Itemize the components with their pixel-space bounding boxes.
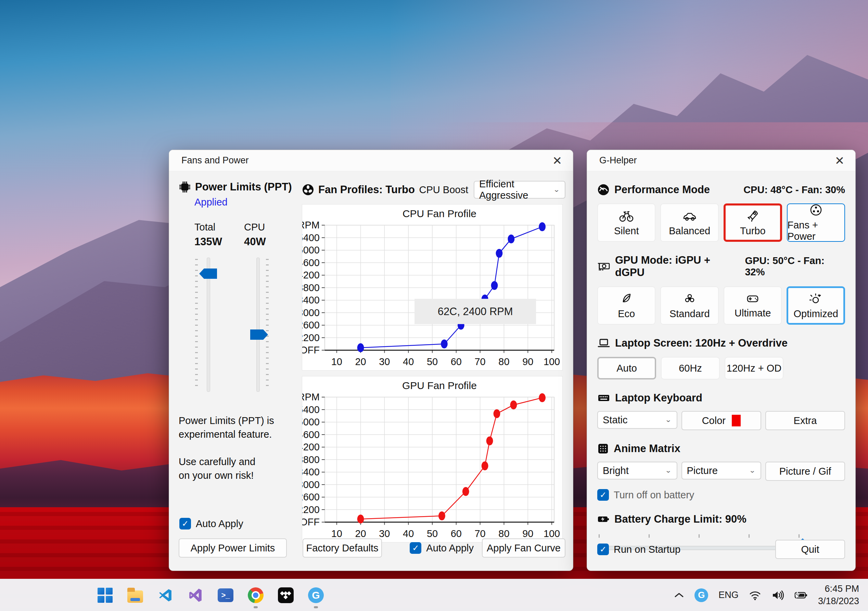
svg-text:90: 90 bbox=[522, 356, 533, 367]
language-indicator[interactable]: ENG bbox=[718, 590, 739, 600]
vscode-button[interactable] bbox=[157, 587, 174, 603]
clock[interactable]: 6:45 PM 3/18/2023 bbox=[818, 583, 859, 607]
svg-text:3400: 3400 bbox=[302, 295, 320, 306]
chevron-down-icon: ⌄ bbox=[665, 416, 672, 424]
svg-text:RPM: RPM bbox=[302, 219, 320, 230]
matrix-mode-select[interactable]: Picture ⌄ bbox=[682, 462, 761, 479]
running-indicator bbox=[254, 606, 258, 608]
gh-titlebar[interactable]: G-Helper ✕ bbox=[587, 150, 856, 171]
tidal-button[interactable] bbox=[277, 587, 294, 603]
mode-turbo-button[interactable]: Turbo bbox=[724, 204, 782, 242]
applied-link[interactable]: Applied bbox=[194, 197, 294, 208]
svg-text:OFF: OFF bbox=[302, 516, 320, 527]
color-button-label: Color bbox=[702, 415, 725, 426]
svg-text:40: 40 bbox=[403, 356, 414, 367]
fans-window-title: Fans and Power bbox=[181, 155, 550, 166]
total-label: Total bbox=[194, 222, 244, 233]
visual-studio-icon bbox=[188, 588, 203, 603]
running-indicator bbox=[314, 606, 318, 608]
visual-studio-button[interactable] bbox=[187, 587, 204, 603]
gamepad-icon bbox=[745, 292, 760, 305]
svg-text:80: 80 bbox=[498, 356, 509, 367]
matrix-mode-value: Picture bbox=[687, 465, 718, 476]
fans-and-power-window: Fans and Power ✕ Power Limits (PPT) Appl… bbox=[169, 150, 573, 571]
cpu-power-slider-handle[interactable] bbox=[250, 330, 268, 340]
anime-matrix-header: Anime Matrix bbox=[614, 443, 680, 455]
gh-window-title: G-Helper bbox=[599, 155, 832, 166]
checkbox-checked-icon[interactable]: ✓ bbox=[597, 544, 609, 555]
close-icon[interactable]: ✕ bbox=[550, 153, 565, 168]
svg-text:3800: 3800 bbox=[302, 282, 320, 293]
tray-chevron-up-icon[interactable] bbox=[674, 592, 684, 599]
checkbox-checked-icon[interactable]: ✓ bbox=[179, 518, 191, 530]
mode-silent-button[interactable]: Silent bbox=[597, 204, 656, 242]
slider-ticks bbox=[195, 259, 198, 390]
gpu-ultimate-button[interactable]: Ultimate bbox=[724, 286, 782, 325]
mode-fans-power-button[interactable]: Fans + Power bbox=[787, 204, 845, 242]
wifi-icon[interactable] bbox=[749, 590, 761, 600]
svg-text:20: 20 bbox=[355, 528, 366, 539]
gpu-eco-button[interactable]: Eco bbox=[597, 286, 656, 325]
curve-auto-apply[interactable]: ✓ Auto Apply bbox=[410, 542, 474, 554]
mode-label: 60Hz bbox=[679, 363, 702, 374]
screen-120hz-od-button[interactable]: 120Hz + OD bbox=[725, 357, 783, 379]
gpu-fan-chart[interactable]: GPU Fan Profile102030405060708090100OFF2… bbox=[302, 376, 563, 543]
picture-gif-button[interactable]: Picture / Gif bbox=[765, 462, 845, 481]
start-button[interactable] bbox=[97, 587, 113, 603]
speedometer-icon bbox=[597, 183, 609, 196]
anime-matrix-icon bbox=[597, 443, 609, 454]
keyboard-mode-select[interactable]: Static ⌄ bbox=[597, 411, 677, 429]
cpu-boost-select[interactable]: Efficient Aggressive ⌄ bbox=[474, 181, 566, 199]
checkbox-checked-icon[interactable]: ✓ bbox=[410, 542, 422, 554]
g-helper-taskbar-button[interactable]: G bbox=[308, 587, 324, 603]
mode-balanced-button[interactable]: Balanced bbox=[660, 204, 718, 242]
apply-power-limits-button[interactable]: Apply Power Limits bbox=[179, 538, 287, 558]
total-power-slider[interactable] bbox=[194, 258, 244, 392]
mode-label: Standard bbox=[670, 308, 710, 320]
fans-titlebar[interactable]: Fans and Power ✕ bbox=[169, 150, 573, 171]
screen-auto-button[interactable]: Auto bbox=[597, 357, 656, 379]
svg-text:GPU Fan Profile: GPU Fan Profile bbox=[402, 380, 477, 391]
keyboard-color-button[interactable]: Color bbox=[682, 411, 761, 430]
cpu-boost-label: CPU Boost bbox=[419, 184, 468, 196]
cpu-fan-chart[interactable]: CPU Fan Profile102030405060708090100OFF2… bbox=[302, 204, 563, 371]
fan-icon bbox=[302, 183, 314, 196]
close-icon[interactable]: ✕ bbox=[832, 153, 847, 168]
car-icon bbox=[682, 209, 697, 222]
cpu-power-slider[interactable] bbox=[244, 258, 294, 392]
taskbar: >_ G G ENG 6:45 PM bbox=[0, 579, 868, 611]
mode-label: Auto bbox=[617, 363, 637, 374]
turn-off-on-battery-checkbox[interactable]: ✓ Turn off on battery bbox=[597, 489, 845, 501]
power-auto-apply[interactable]: ✓ Auto Apply bbox=[179, 518, 287, 530]
factory-defaults-button[interactable]: Factory Defaults bbox=[302, 538, 382, 558]
run-on-startup-checkbox[interactable]: ✓ Run on Startup bbox=[597, 544, 680, 555]
apply-fan-curve-button[interactable]: Apply Fan Curve bbox=[482, 538, 566, 558]
gpu-standard-button[interactable]: Standard bbox=[660, 286, 718, 325]
folder-icon bbox=[127, 591, 143, 603]
tidal-icon bbox=[278, 588, 294, 603]
speaker-icon[interactable] bbox=[772, 590, 784, 600]
svg-text:100: 100 bbox=[544, 356, 560, 367]
checkbox-checked-icon[interactable]: ✓ bbox=[597, 489, 609, 501]
battery-charging-icon[interactable] bbox=[794, 590, 808, 600]
slider-track[interactable] bbox=[256, 258, 260, 392]
chrome-button[interactable] bbox=[248, 587, 264, 603]
chip-icon bbox=[179, 181, 191, 193]
svg-text:5400: 5400 bbox=[302, 404, 320, 415]
svg-text:3000: 3000 bbox=[302, 479, 320, 490]
quit-button[interactable]: Quit bbox=[775, 540, 845, 559]
svg-text:62C, 2400 RPM: 62C, 2400 RPM bbox=[438, 306, 513, 317]
slider-ticks bbox=[266, 259, 269, 390]
gpu-optimized-button[interactable]: Optimized bbox=[787, 286, 845, 325]
g-helper-tray-icon[interactable]: G bbox=[694, 588, 708, 602]
powershell-button[interactable]: >_ bbox=[217, 587, 234, 603]
file-explorer-button[interactable] bbox=[127, 587, 143, 603]
battery-icon bbox=[597, 515, 609, 524]
performance-mode-header: Performance Mode bbox=[614, 183, 710, 196]
total-power-slider-handle[interactable] bbox=[199, 269, 217, 279]
screen-60hz-button[interactable]: 60Hz bbox=[661, 357, 720, 379]
keyboard-extra-button[interactable]: Extra bbox=[765, 411, 845, 430]
bicycle-icon bbox=[619, 209, 634, 222]
matrix-brightness-select[interactable]: Bright ⌄ bbox=[597, 462, 677, 479]
mode-label: Balanced bbox=[669, 225, 710, 237]
